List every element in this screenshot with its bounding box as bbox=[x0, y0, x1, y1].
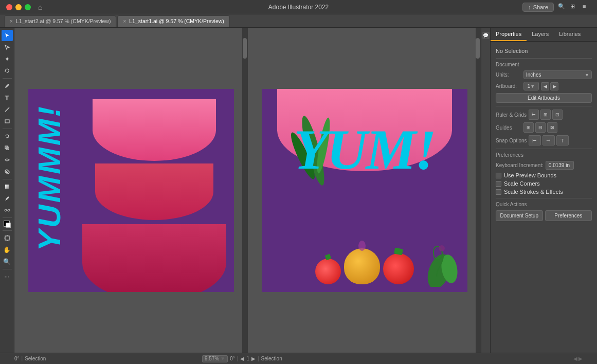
artboard-prev[interactable]: ◀ bbox=[541, 82, 549, 90]
artboard-tool[interactable] bbox=[2, 232, 13, 244]
scale-strokes-row: Scale Strokes & Effects bbox=[496, 189, 592, 195]
status-nav-left[interactable]: ◀ bbox=[240, 356, 244, 361]
bowl-2 bbox=[95, 163, 213, 220]
artboard-select[interactable]: 1 ▼ bbox=[523, 82, 539, 90]
more-tools[interactable]: ··· bbox=[2, 271, 13, 282]
tomato-right bbox=[383, 253, 414, 284]
scroll-thumb-v-1[interactable] bbox=[243, 38, 247, 59]
preferences-section-title: Preferences bbox=[496, 152, 592, 158]
quick-actions-title: Quick Actions bbox=[496, 202, 592, 207]
warp-tool[interactable] bbox=[2, 154, 13, 166]
pen-tool[interactable] bbox=[2, 80, 13, 92]
preview-bounds-label: Use Preview Bounds bbox=[504, 172, 556, 178]
zoom-tool[interactable]: 🔍 bbox=[2, 256, 13, 267]
left-toolbar: ✦ T bbox=[0, 28, 14, 353]
scroll-left-arrow[interactable]: ◀ bbox=[573, 356, 577, 361]
status-angle-2: 0° bbox=[230, 356, 235, 361]
no-selection-label: No Selection bbox=[496, 46, 592, 59]
tab-doc1[interactable]: × L1_start2.ai @ 9.57 % (CMYK/Preview) bbox=[4, 15, 116, 27]
tab-close-2[interactable]: × bbox=[123, 19, 126, 24]
hand-tool[interactable]: ✋ bbox=[2, 244, 13, 256]
zoom-dropdown-arrow: ▼ bbox=[220, 356, 225, 361]
scroll-v-2[interactable] bbox=[476, 28, 481, 353]
guide-icon-3[interactable]: ⊠ bbox=[547, 122, 557, 133]
keyboard-inc-row: Keyboard Increment: 0.0139 in bbox=[496, 161, 592, 170]
minimize-button[interactable] bbox=[15, 4, 22, 10]
zoom-percent-display[interactable]: 9.57% ▼ bbox=[202, 355, 228, 362]
titlebar: ⌂ Adobe Illustrator 2022 ↑ Share 🔍 ⊞ ≡ bbox=[0, 0, 597, 14]
keyboard-inc-value[interactable]: 0.0139 in bbox=[546, 161, 574, 170]
artboard-yummm[interactable]: YUMMM! bbox=[28, 89, 234, 292]
panel-tabs: Properties Layers Libraries bbox=[491, 28, 597, 42]
magic-wand-tool[interactable]: ✦ bbox=[2, 53, 13, 65]
home-icon[interactable]: ⌂ bbox=[38, 3, 42, 11]
bowl-3 bbox=[82, 224, 226, 292]
tab-properties[interactable]: Properties bbox=[491, 28, 527, 41]
tab-layers[interactable]: Layers bbox=[527, 28, 554, 41]
guide-icon-2[interactable]: ⊟ bbox=[535, 122, 546, 133]
snap-label: Snap Options bbox=[496, 138, 527, 143]
preview-bounds-checkbox[interactable] bbox=[496, 173, 501, 178]
gradient-tool[interactable] bbox=[2, 181, 13, 192]
rotate-tool[interactable] bbox=[2, 131, 13, 142]
svg-line-2 bbox=[5, 107, 9, 112]
shape-builder-tool[interactable] bbox=[2, 166, 13, 177]
selection-tool[interactable] bbox=[2, 30, 13, 41]
preferences-button[interactable]: Preferences bbox=[545, 210, 592, 221]
svg-point-10 bbox=[8, 209, 10, 211]
share-icon: ↑ bbox=[528, 4, 531, 10]
tab-label-1: L1_start2.ai @ 9.57 % (CMYK/Preview) bbox=[16, 18, 111, 24]
tab-close-1[interactable]: × bbox=[10, 19, 13, 24]
status-sep-3: | bbox=[258, 356, 259, 361]
scroll-thumb-v-2[interactable] bbox=[476, 38, 480, 59]
preview-bounds-row: Use Preview Bounds bbox=[496, 172, 592, 178]
comment-icon[interactable]: 💬 bbox=[482, 32, 490, 39]
line-tool[interactable] bbox=[2, 104, 13, 115]
bowl-1 bbox=[93, 99, 216, 161]
scale-tool[interactable] bbox=[2, 142, 13, 154]
snap-btn-2[interactable]: ⊣ bbox=[542, 135, 555, 145]
tool-separator-4 bbox=[3, 217, 12, 218]
scroll-v-1[interactable] bbox=[242, 28, 247, 353]
status-nav-right[interactable]: ▶ bbox=[251, 356, 256, 361]
tab-doc2[interactable]: × L1_start1.ai @ 9.57 % (CMYK/Preview) bbox=[117, 15, 229, 27]
arrange-icon[interactable]: ⊞ bbox=[570, 3, 578, 11]
lasso-tool[interactable] bbox=[2, 65, 13, 77]
comments-panel-edge[interactable]: 💬 bbox=[481, 28, 490, 353]
maximize-button[interactable] bbox=[25, 4, 31, 10]
tab-libraries[interactable]: Libraries bbox=[554, 28, 586, 41]
document-setup-button[interactable]: Document Setup bbox=[496, 210, 543, 221]
ruler-icon-2[interactable]: ⊞ bbox=[540, 110, 551, 120]
direct-selection-tool[interactable] bbox=[2, 42, 13, 53]
ruler-icon-3[interactable]: ⊡ bbox=[552, 110, 563, 120]
ruler-icon-1[interactable]: ⊢ bbox=[529, 110, 539, 120]
yum-text: YUM! bbox=[262, 117, 467, 183]
scroll-right-arrow[interactable]: ▶ bbox=[578, 356, 583, 361]
status-sep-1: | bbox=[22, 356, 23, 361]
snap-btn-3[interactable]: ⊤ bbox=[556, 135, 569, 145]
units-select[interactable]: Inches ▼ bbox=[523, 70, 592, 79]
units-value: Inches bbox=[526, 72, 541, 78]
fill-stroke-box[interactable] bbox=[3, 220, 12, 229]
close-button[interactable] bbox=[6, 4, 12, 10]
share-button[interactable]: ↑ Share bbox=[522, 3, 554, 12]
snap-row: Snap Options ⊢ ⊣ ⊤ bbox=[496, 135, 592, 145]
blend-tool[interactable] bbox=[2, 205, 13, 216]
status-artboard-2: 1 bbox=[246, 356, 249, 361]
type-tool[interactable]: T bbox=[2, 92, 13, 103]
more-icon[interactable]: ≡ bbox=[583, 3, 591, 11]
guides-label: Guides bbox=[496, 125, 521, 131]
artboard-next[interactable]: ▶ bbox=[550, 82, 558, 90]
scale-corners-row: Scale Corners bbox=[496, 180, 592, 187]
scale-corners-checkbox[interactable] bbox=[496, 181, 501, 187]
keyboard-inc-label: Keyboard Increment: bbox=[496, 162, 544, 168]
main-layout: ✦ T bbox=[0, 28, 597, 353]
search-icon[interactable]: 🔍 bbox=[558, 3, 566, 11]
artboard-yum[interactable]: YUM! bbox=[262, 89, 467, 292]
scale-strokes-checkbox[interactable] bbox=[496, 189, 501, 195]
rectangle-tool[interactable] bbox=[2, 116, 13, 127]
edit-artboards-button[interactable]: Edit Artboards bbox=[496, 93, 592, 103]
eyedropper-tool[interactable] bbox=[2, 193, 13, 204]
snap-btn-1[interactable]: ⊢ bbox=[529, 135, 541, 145]
guide-icon-1[interactable]: ⊞ bbox=[523, 122, 534, 133]
